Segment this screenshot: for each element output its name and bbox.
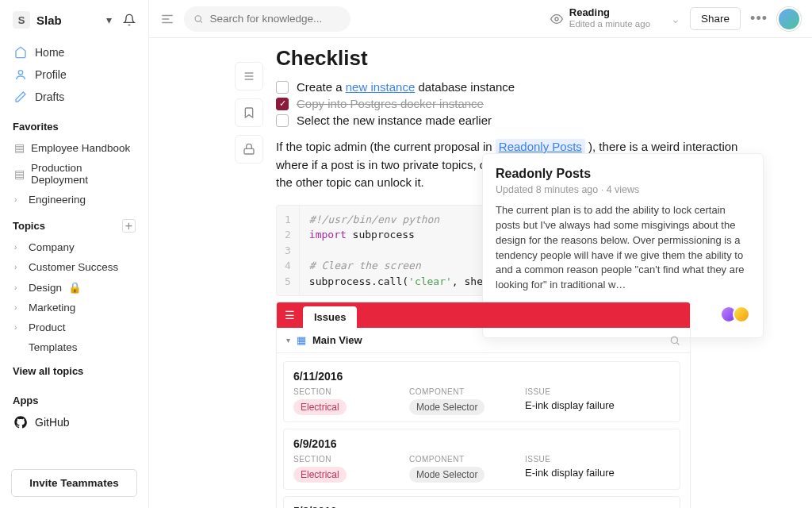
issue-card[interactable]: 6/9/2016 SECTIONElectrical COMPONENTMode… [283, 429, 680, 490]
topbar: Reading Edited a minute ago ⌄ Share ••• [149, 0, 812, 38]
popover-meta: Updated 8 minutes ago · 4 views [496, 184, 750, 195]
invite-teammates-button[interactable]: Invite Teammates [11, 469, 137, 497]
favorite-item[interactable]: ▤Employee Handbook [6, 137, 142, 158]
line-gutter: 12345 [277, 206, 300, 296]
search-input[interactable] [209, 13, 341, 25]
topic-item[interactable]: ›Product [6, 318, 142, 337]
issues-toolbar: ▾ ▦ Main View [277, 328, 690, 353]
search-field[interactable] [184, 6, 350, 32]
svg-line-12 [677, 342, 680, 344]
section-pill: Electrical [293, 399, 347, 415]
app-github[interactable]: GitHub [0, 411, 148, 433]
outline-tool[interactable] [235, 62, 263, 90]
popover-title: Readonly Posts [496, 167, 750, 181]
post-mention-link[interactable]: Readonly Posts [496, 139, 585, 154]
nav-drafts[interactable]: Drafts [6, 86, 142, 108]
topic-item[interactable]: ›Company [6, 237, 142, 257]
checkbox-checked[interactable]: ✓ [276, 98, 289, 110]
svg-point-4 [195, 15, 201, 21]
sidebar: S Slab ▾ Home Profile Drafts Favorites ▤ [0, 0, 149, 508]
more-menu-icon[interactable]: ••• [750, 10, 768, 27]
svg-rect-10 [244, 148, 254, 154]
app-label: GitHub [35, 416, 70, 429]
share-button[interactable]: Share [690, 7, 741, 30]
chevron-down-icon: ▾ [106, 13, 112, 26]
topic-item[interactable]: Templates [6, 337, 142, 357]
svg-point-11 [671, 337, 677, 343]
avatar [733, 306, 750, 323]
topic-item[interactable]: ›Design🔒 [6, 277, 142, 298]
issue-text: E-ink display failure [525, 399, 615, 411]
component-pill: Mode Selector [409, 399, 485, 415]
status-dropdown[interactable]: Reading Edited a minute ago ⌄ [550, 7, 680, 29]
issue-date: 5/8/2016 [293, 505, 670, 508]
favorites-heading: Favorites [13, 121, 136, 133]
chevron-down-icon: ⌄ [671, 13, 680, 25]
grid-icon: ▦ [297, 334, 306, 346]
nav-profile[interactable]: Profile [6, 64, 142, 86]
page-title: Checklist [276, 46, 764, 71]
main: Reading Edited a minute ago ⌄ Share ••• … [149, 0, 812, 508]
search-icon[interactable] [669, 335, 680, 346]
workspace-badge: S [13, 11, 30, 29]
issue-date: 6/11/2016 [293, 370, 670, 383]
section-pill: Electrical [293, 467, 347, 483]
add-topic-button[interactable]: + [122, 219, 136, 233]
svg-point-0 [18, 71, 22, 75]
svg-point-6 [555, 17, 558, 21]
issue-card[interactable]: 5/8/2016 SECTION COMPONENT ISSUE [283, 496, 680, 508]
view-all-topics[interactable]: View all topics [0, 357, 148, 385]
status-subtitle: Edited a minute ago [569, 19, 650, 29]
apps-heading: Apps [13, 394, 136, 406]
issues-list[interactable]: 6/11/2016 SECTIONElectrical COMPONENTMod… [277, 353, 690, 508]
issue-card[interactable]: 6/11/2016 SECTIONElectrical COMPONENTMod… [283, 361, 680, 422]
nav-label: Home [35, 46, 64, 59]
nav-home[interactable]: Home [6, 41, 142, 64]
search-icon [193, 13, 203, 25]
user-avatar[interactable] [777, 7, 801, 31]
outline-toggle-icon[interactable] [160, 12, 174, 26]
issue-date: 6/9/2016 [293, 437, 670, 450]
issues-embed: ☰ Issues ▾ ▦ Main View 6/11/2016 SECTIO [276, 302, 691, 508]
reactions-tool[interactable] [235, 135, 263, 164]
issue-text: E-ink display failure [525, 467, 615, 479]
lock-icon: 🔒 [68, 281, 82, 294]
checklist-item[interactable]: Select the new instance made earlier [276, 114, 764, 127]
nav-label: Drafts [35, 90, 64, 103]
checkbox[interactable] [276, 114, 289, 127]
svg-line-5 [201, 21, 202, 22]
workspace-name: Slab [36, 13, 106, 27]
popover-avatars [725, 306, 750, 323]
inline-link[interactable]: new instance [346, 80, 416, 94]
component-pill: Mode Selector [409, 467, 485, 483]
bell-icon[interactable] [123, 13, 136, 26]
popover-body: The current plan is to add the ability t… [496, 203, 750, 293]
workspace-switcher[interactable]: S Slab ▾ [0, 11, 148, 38]
topic-item[interactable]: ›Marketing [6, 298, 142, 318]
checklist-item[interactable]: Create a new instance database instance [276, 80, 764, 94]
view-name[interactable]: Main View [312, 334, 362, 346]
collapse-icon[interactable]: ▾ [286, 336, 290, 344]
nav-label: Profile [35, 68, 67, 81]
bookmark-tool[interactable] [235, 98, 263, 127]
tab-issues[interactable]: Issues [303, 306, 357, 328]
favorite-item[interactable]: ▤Production Deployment [6, 158, 142, 190]
favorite-item[interactable]: ›Engineering [6, 190, 142, 210]
checklist-item[interactable]: ✓ Copy into Postgres docker instance [276, 97, 764, 110]
topic-item[interactable]: ›Customer Success [6, 257, 142, 277]
github-icon [14, 416, 27, 429]
status-title: Reading [569, 7, 650, 19]
eye-icon [550, 13, 563, 25]
topics-heading: Topics [13, 220, 122, 232]
checkbox[interactable] [276, 81, 289, 94]
menu-icon[interactable]: ☰ [285, 309, 295, 321]
